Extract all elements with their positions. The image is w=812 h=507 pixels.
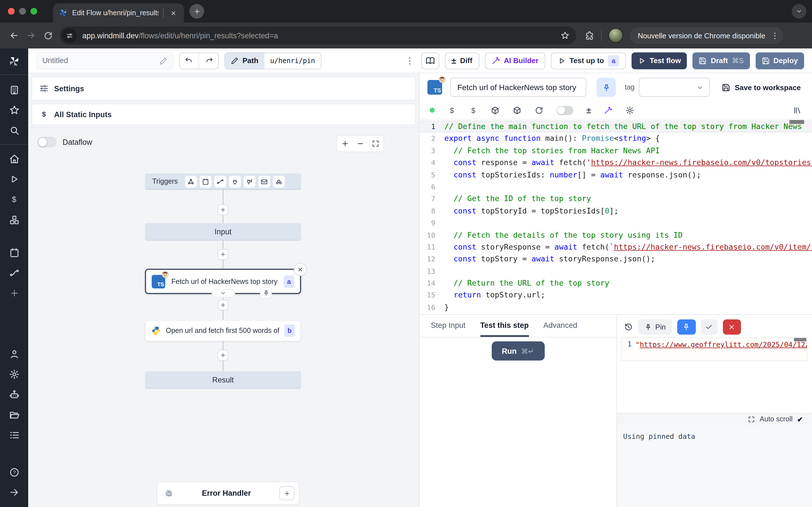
step-node-b[interactable]: Open url and fetch first 500 words of ..… bbox=[145, 320, 301, 341]
settings-gear-icon[interactable] bbox=[0, 364, 28, 384]
package-icon[interactable] bbox=[491, 106, 500, 115]
http-route-icon[interactable] bbox=[214, 175, 226, 187]
code-line[interactable]: 16} bbox=[419, 301, 812, 314]
bookmark-star-icon[interactable] bbox=[560, 31, 569, 40]
flow-settings-row[interactable]: Settings bbox=[32, 76, 416, 100]
diff-mode-toggle[interactable] bbox=[557, 106, 573, 115]
extensions-icon[interactable] bbox=[585, 31, 594, 40]
tab-close-icon[interactable] bbox=[168, 8, 178, 18]
code-line[interactable]: 7 // Get the ID of the top story bbox=[419, 193, 812, 205]
history-icon[interactable] bbox=[624, 322, 633, 332]
expand-step-icon[interactable] bbox=[211, 289, 235, 297]
chrome-update-button[interactable]: Nouvelle version de Chrome disponible ⋮ bbox=[630, 27, 783, 44]
ai-assistant-wand-icon[interactable] bbox=[604, 106, 612, 114]
variables-dollar-icon[interactable]: $ bbox=[469, 106, 477, 115]
diff-button[interactable]: ± Diff bbox=[445, 52, 479, 69]
code-line[interactable]: 10 // Fetch the details of the top story… bbox=[419, 229, 812, 241]
add-error-handler-icon[interactable] bbox=[279, 486, 294, 500]
ai-builder-button[interactable]: AI Builder bbox=[485, 52, 545, 69]
routes-icon[interactable] bbox=[0, 263, 28, 283]
pin-step-button[interactable] bbox=[597, 78, 616, 97]
deploy-button[interactable]: Deploy bbox=[755, 52, 804, 69]
run-button[interactable]: Run ⌘↵ bbox=[492, 341, 545, 360]
auto-scroll-checkbox[interactable]: ✔ bbox=[797, 415, 803, 424]
user-icon[interactable] bbox=[0, 344, 28, 364]
add-step-button[interactable] bbox=[218, 205, 229, 215]
flow-graph-canvas[interactable]: Dataflow Triggers bbox=[28, 127, 419, 507]
code-line[interactable]: 2export async function main(): Promise<s… bbox=[419, 133, 812, 145]
email-icon[interactable] bbox=[259, 175, 270, 187]
browser-menu-icon[interactable]: ⋮ bbox=[771, 31, 779, 40]
tab-step-input[interactable]: Step Input bbox=[431, 315, 465, 337]
new-tab-button[interactable] bbox=[190, 4, 204, 18]
back-icon[interactable] bbox=[6, 27, 22, 44]
save-to-workspace-button[interactable]: Save to workspace bbox=[722, 83, 801, 92]
pinned-step-icon[interactable] bbox=[260, 287, 272, 298]
code-line[interactable]: 13 bbox=[419, 265, 812, 277]
code-line[interactable]: 15 return topStory.url; bbox=[419, 289, 812, 301]
forward-icon[interactable] bbox=[22, 27, 40, 44]
expand-sidebar-icon[interactable] bbox=[0, 482, 28, 503]
test-up-to-button[interactable]: Test up to a bbox=[551, 52, 626, 69]
diff-plus-minus-icon[interactable]: ± bbox=[587, 106, 591, 114]
code-line[interactable]: 5 const topStoriesIds: number[] = await … bbox=[419, 169, 812, 181]
draft-button[interactable]: Draft ⌘S bbox=[693, 52, 750, 69]
docs-book-button[interactable] bbox=[421, 52, 439, 69]
edit-pencil-icon[interactable] bbox=[160, 57, 167, 64]
script-settings-gear-icon[interactable] bbox=[625, 106, 635, 115]
home-icon[interactable] bbox=[0, 149, 28, 169]
minimize-window-button[interactable] bbox=[19, 8, 26, 15]
site-settings-icon[interactable] bbox=[62, 28, 77, 43]
fullscreen-window-button[interactable] bbox=[31, 8, 37, 15]
profile-avatar[interactable] bbox=[608, 28, 623, 43]
result-node[interactable]: Result bbox=[145, 371, 301, 388]
code-line[interactable]: 11 const storyResponse = await fetch(`ht… bbox=[419, 241, 812, 253]
code-line[interactable]: 3 // Fetch the top stories from Hacker N… bbox=[419, 145, 812, 157]
tab-advanced[interactable]: Advanced bbox=[543, 315, 577, 337]
logs-list-icon[interactable] bbox=[0, 425, 28, 445]
fit-view-icon[interactable] bbox=[372, 140, 380, 148]
address-field[interactable]: app.windmill.dev/flows/edit/u/henri/pin_… bbox=[60, 26, 576, 45]
schedule-icon[interactable] bbox=[200, 175, 212, 187]
flow-name-input[interactable]: Untitled bbox=[36, 52, 174, 69]
input-node[interactable]: Input bbox=[145, 223, 301, 240]
windmill-logo[interactable] bbox=[8, 48, 20, 74]
static-inputs-icon[interactable]: $ bbox=[448, 106, 456, 115]
zoom-out-icon[interactable] bbox=[356, 140, 364, 148]
code-line[interactable]: 6 bbox=[419, 181, 812, 193]
browser-tab[interactable]: Edit Flow u/henri/pin_results bbox=[53, 3, 184, 22]
code-editor[interactable]: 1// Define the main function to fetch th… bbox=[419, 119, 812, 314]
expand-icon[interactable] bbox=[748, 415, 755, 423]
pinned-editor-scrollbar[interactable] bbox=[794, 338, 806, 341]
pinned-active-button[interactable] bbox=[677, 319, 696, 334]
poll-icon[interactable] bbox=[273, 175, 285, 187]
add-item-icon[interactable] bbox=[0, 283, 28, 303]
resources-icon[interactable] bbox=[0, 210, 28, 230]
help-icon[interactable]: ? bbox=[0, 462, 28, 482]
error-handler-node[interactable]: Error Handler bbox=[157, 482, 299, 505]
code-line[interactable]: 12 const topStory = await storyResponse.… bbox=[419, 253, 812, 265]
step-title-input[interactable] bbox=[450, 78, 587, 97]
webhook-icon[interactable] bbox=[185, 175, 197, 187]
dependencies-icon[interactable] bbox=[513, 106, 522, 115]
tab-test-this-step[interactable]: Test this step bbox=[480, 315, 529, 337]
code-line[interactable]: 4 const response = await fetch('https://… bbox=[419, 157, 812, 169]
pinned-data-editor[interactable]: 1 "https://www.geoffreylitt.com/2025/04/… bbox=[621, 337, 808, 361]
tab-search-button[interactable] bbox=[792, 4, 806, 18]
workspace-icon[interactable] bbox=[0, 79, 28, 100]
schedules-icon[interactable] bbox=[0, 242, 28, 263]
code-line[interactable]: 17 bbox=[419, 314, 812, 315]
zoom-in-icon[interactable] bbox=[341, 140, 349, 148]
folders-icon[interactable] bbox=[0, 404, 28, 425]
library-versions-icon[interactable] bbox=[793, 106, 802, 115]
step-node-a[interactable]: TS Fetch url of HackerNews top story a bbox=[145, 269, 301, 294]
code-line[interactable]: 9 bbox=[419, 217, 812, 229]
reload-icon[interactable] bbox=[535, 106, 544, 115]
test-flow-button[interactable]: Test flow bbox=[631, 52, 687, 69]
dataflow-toggle[interactable] bbox=[37, 137, 56, 148]
more-options-icon[interactable]: ⋮ bbox=[404, 55, 415, 66]
ai-robot-icon[interactable] bbox=[0, 384, 28, 404]
delete-step-icon[interactable] bbox=[294, 263, 307, 276]
remove-pin-button[interactable] bbox=[723, 319, 741, 334]
code-line[interactable]: 1// Define the main function to fetch th… bbox=[419, 121, 812, 133]
